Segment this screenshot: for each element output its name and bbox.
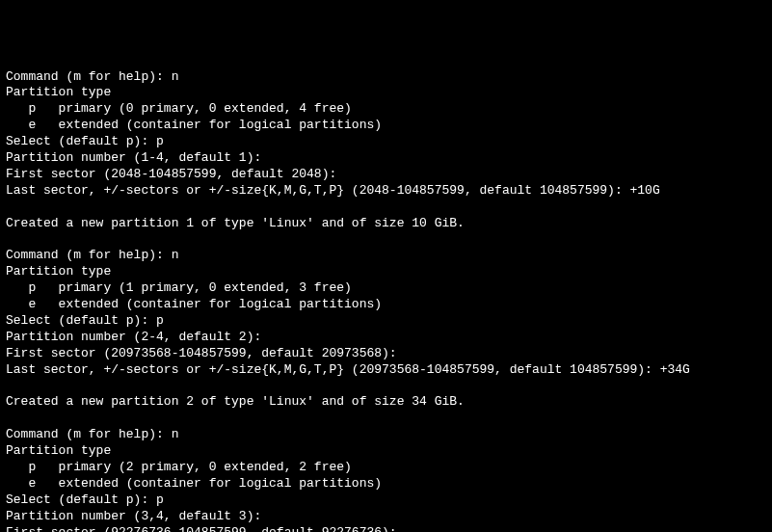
terminal-line (6, 200, 766, 216)
terminal-line: p primary (2 primary, 0 extended, 2 free… (6, 460, 766, 476)
terminal-line: Select (default p): p (6, 134, 766, 150)
terminal-line: Partition type (6, 264, 766, 280)
terminal-line: p primary (1 primary, 0 extended, 3 free… (6, 280, 766, 297)
terminal-line: Created a new partition 1 of type 'Linux… (6, 216, 766, 232)
terminal-line: Last sector, +/-sectors or +/-size{K,M,G… (6, 183, 766, 200)
terminal-line: Command (m for help): n (6, 69, 766, 86)
terminal-line: Select (default p): p (6, 313, 766, 330)
terminal-line: Partition number (3,4, default 3): (6, 509, 766, 525)
terminal-line: p primary (0 primary, 0 extended, 4 free… (6, 101, 766, 118)
terminal-line: Partition number (2-4, default 2): (6, 330, 766, 346)
terminal-line: e extended (container for logical partit… (6, 297, 766, 313)
terminal-line: Command (m for help): n (6, 248, 766, 264)
terminal-output[interactable]: Command (m for help): nPartition type p … (6, 69, 766, 532)
terminal-line: e extended (container for logical partit… (6, 476, 766, 492)
terminal-line (6, 231, 766, 248)
terminal-line: First sector (2048-104857599, default 20… (6, 167, 766, 183)
terminal-line: Created a new partition 2 of type 'Linux… (6, 394, 766, 411)
terminal-line: Partition number (1-4, default 1): (6, 150, 766, 167)
terminal-line: Command (m for help): n (6, 427, 766, 443)
terminal-line: e extended (container for logical partit… (6, 118, 766, 134)
terminal-line (6, 411, 766, 427)
terminal-line: Partition type (6, 85, 766, 101)
terminal-line (6, 378, 766, 394)
terminal-line: First sector (20973568-104857599, defaul… (6, 346, 766, 362)
terminal-line: First sector (92276736-104857599, defaul… (6, 525, 766, 533)
terminal-line: Partition type (6, 443, 766, 460)
terminal-line: Select (default p): p (6, 492, 766, 509)
terminal-line: Last sector, +/-sectors or +/-size{K,M,G… (6, 362, 766, 379)
